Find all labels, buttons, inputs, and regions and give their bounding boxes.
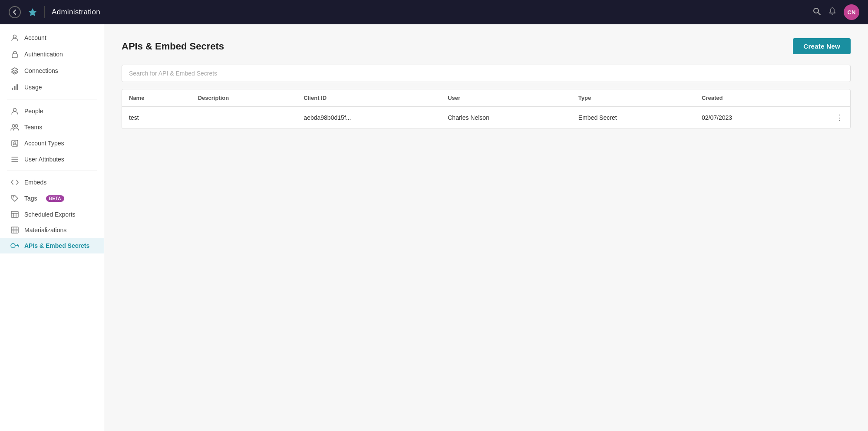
- sidebar: Account Authentication Connections: [0, 24, 104, 431]
- id-badge-icon: [10, 139, 19, 147]
- grid-icon: [10, 227, 19, 234]
- person-icon: [10, 34, 19, 42]
- table-icon: [10, 211, 19, 218]
- row-created: 02/07/2023: [695, 107, 799, 129]
- sidebar-item-connections[interactable]: Connections: [0, 63, 104, 79]
- topnav-right: CN: [812, 4, 859, 20]
- svg-point-7: [13, 109, 17, 112]
- sidebar-label-account: Account: [24, 34, 46, 41]
- logo-icon: [28, 7, 37, 17]
- chart-icon: [10, 83, 19, 91]
- sidebar-label-materializations: Materializations: [24, 227, 66, 234]
- search-wrapper: [122, 65, 851, 82]
- col-client-id: Client ID: [297, 89, 441, 107]
- svg-rect-4: [12, 88, 13, 90]
- svg-rect-6: [17, 84, 18, 90]
- svg-point-8: [12, 125, 15, 127]
- row-type: Embed Secret: [571, 107, 695, 129]
- sidebar-divider-2: [7, 171, 97, 171]
- sidebar-label-scheduled-exports: Scheduled Exports: [24, 211, 76, 218]
- main-title: APIs & Embed Secrets: [122, 41, 224, 52]
- svg-rect-16: [11, 211, 18, 217]
- table-row: test aebda98b0d15f... Charles Nelson Emb…: [122, 107, 850, 129]
- page-title: Administration: [52, 8, 100, 16]
- avatar[interactable]: CN: [844, 4, 859, 20]
- sidebar-item-teams[interactable]: Teams: [0, 119, 104, 135]
- sidebar-item-usage[interactable]: Usage: [0, 79, 104, 95]
- topnav: Administration CN: [0, 0, 868, 24]
- sidebar-item-scheduled-exports[interactable]: Scheduled Exports: [0, 207, 104, 222]
- person-outline-icon: [10, 107, 19, 115]
- sidebar-item-embeds[interactable]: Embeds: [0, 174, 104, 190]
- sidebar-item-materializations[interactable]: Materializations: [0, 222, 104, 238]
- svg-point-2: [13, 35, 17, 38]
- svg-point-15: [13, 196, 14, 197]
- main-content: APIs & Embed Secrets Create New Name Des…: [104, 24, 868, 431]
- sidebar-label-authentication: Authentication: [24, 51, 63, 58]
- svg-rect-21: [11, 227, 18, 233]
- table-header: Name Description Client ID User Type Cre…: [122, 89, 850, 107]
- col-user: User: [441, 89, 571, 107]
- beta-badge: BETA: [46, 195, 64, 202]
- row-description: [191, 107, 297, 129]
- sidebar-item-account[interactable]: Account: [0, 30, 104, 46]
- sidebar-item-authentication[interactable]: Authentication: [0, 46, 104, 63]
- main-header: APIs & Embed Secrets Create New: [122, 38, 851, 54]
- svg-rect-10: [12, 140, 18, 146]
- key-icon: [10, 242, 19, 249]
- sidebar-label-embeds: Embeds: [24, 179, 46, 186]
- sidebar-label-apis-embed-secrets: APIs & Embed Secrets: [24, 242, 89, 249]
- col-type: Type: [571, 89, 695, 107]
- sidebar-item-account-types[interactable]: Account Types: [0, 135, 104, 151]
- list-icon: [10, 156, 19, 163]
- table-wrapper: Name Description Client ID User Type Cre…: [122, 89, 851, 129]
- tag-icon: [10, 194, 19, 202]
- people-icon: [10, 124, 19, 131]
- sidebar-item-people[interactable]: People: [0, 103, 104, 119]
- svg-rect-5: [14, 86, 16, 90]
- layout: Account Authentication Connections: [0, 24, 868, 431]
- svg-point-26: [11, 243, 15, 248]
- col-created: Created: [695, 89, 799, 107]
- row-user: Charles Nelson: [441, 107, 571, 129]
- sidebar-label-connections: Connections: [24, 67, 58, 74]
- row-actions-button[interactable]: ⋮: [799, 107, 850, 129]
- sidebar-label-account-types: Account Types: [24, 140, 64, 147]
- sidebar-item-tags[interactable]: Tags BETA: [0, 190, 104, 207]
- col-description: Description: [191, 89, 297, 107]
- sidebar-label-usage: Usage: [24, 84, 42, 91]
- sidebar-label-people: People: [24, 108, 43, 115]
- row-name: test: [122, 107, 191, 129]
- nav-divider: [44, 6, 45, 18]
- lock-icon: [10, 50, 19, 58]
- svg-point-9: [15, 125, 18, 127]
- notification-bell-icon[interactable]: [828, 7, 837, 18]
- apis-table: Name Description Client ID User Type Cre…: [122, 89, 850, 128]
- create-new-button[interactable]: Create New: [793, 38, 851, 54]
- sidebar-item-user-attributes[interactable]: User Attributes: [0, 151, 104, 167]
- code-icon: [10, 179, 19, 185]
- col-name: Name: [122, 89, 191, 107]
- table-body: test aebda98b0d15f... Charles Nelson Emb…: [122, 107, 850, 129]
- sidebar-item-apis-embed-secrets[interactable]: APIs & Embed Secrets: [0, 238, 104, 253]
- row-client-id: aebda98b0d15f...: [297, 107, 441, 129]
- svg-line-1: [818, 13, 820, 15]
- search-icon[interactable]: [812, 7, 821, 18]
- layers-icon: [10, 67, 19, 75]
- sidebar-label-teams: Teams: [24, 124, 42, 131]
- search-input[interactable]: [122, 65, 851, 82]
- back-button[interactable]: [9, 6, 21, 18]
- sidebar-label-user-attributes: User Attributes: [24, 156, 64, 163]
- sidebar-label-tags: Tags: [24, 195, 37, 202]
- svg-point-11: [14, 142, 16, 144]
- svg-rect-3: [12, 54, 17, 58]
- col-actions: [799, 89, 850, 107]
- sidebar-divider-1: [7, 99, 97, 99]
